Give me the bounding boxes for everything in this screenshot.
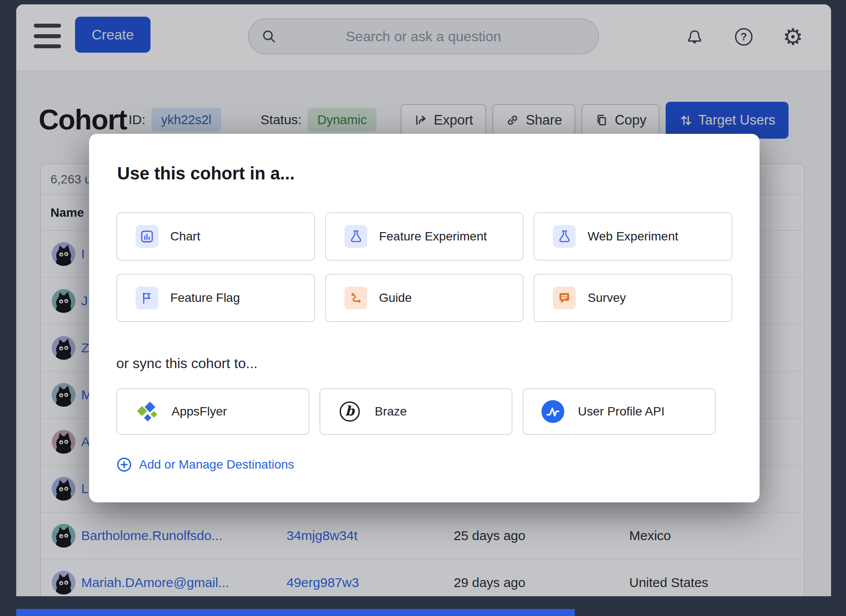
sync-label: AppsFlyer (172, 405, 227, 419)
option-label: Web Experiment (588, 229, 678, 244)
sync-destinations-grid: AppsFlyer Braze User Profile API (116, 388, 716, 435)
option-label: Feature Flag (170, 291, 240, 305)
option-label: Chart (170, 229, 200, 244)
option-label: Guide (379, 291, 412, 305)
circle-plus-icon (116, 457, 132, 473)
sync-card-appsflyer[interactable]: AppsFlyer (116, 388, 309, 435)
window-accent-strip (16, 609, 575, 616)
chart-icon (136, 225, 158, 248)
flask-icon (344, 225, 367, 248)
option-card-feature-experiment[interactable]: Feature Experiment (325, 212, 524, 261)
option-label: Survey (588, 291, 626, 305)
appsflyer-logo (135, 400, 158, 423)
sync-label: User Profile API (578, 405, 665, 419)
screen: { "header": { "create_label": "Create", … (0, 0, 846, 616)
flask-icon (553, 225, 576, 248)
sync-label: Braze (375, 405, 407, 419)
option-card-web-experiment[interactable]: Web Experiment (534, 212, 732, 261)
option-card-guide[interactable]: Guide (325, 274, 524, 322)
manage-link-label: Add or Manage Destinations (139, 458, 294, 472)
amplitude-logo (541, 400, 565, 423)
option-card-chart[interactable]: Chart (116, 212, 315, 261)
sync-card-user-profile-api[interactable]: User Profile API (523, 388, 716, 435)
option-card-survey[interactable]: Survey (534, 274, 732, 322)
modal-title: Use this cohort in a... (117, 164, 732, 183)
guide-path-icon (344, 287, 367, 309)
option-label: Feature Experiment (379, 229, 487, 244)
use-cohort-modal: Use this cohort in a... Chart Feature Ex… (89, 134, 760, 502)
option-card-feature-flag[interactable]: Feature Flag (116, 274, 315, 322)
sync-heading: or sync this cohort to... (116, 355, 732, 372)
sync-card-braze[interactable]: Braze (319, 388, 513, 435)
flag-icon (136, 287, 158, 309)
add-manage-destinations-link[interactable]: Add or Manage Destinations (116, 457, 294, 473)
use-options-grid: Chart Feature Experiment Web Experiment (116, 212, 732, 322)
braze-logo (338, 400, 362, 423)
survey-bubble-icon (553, 287, 576, 309)
